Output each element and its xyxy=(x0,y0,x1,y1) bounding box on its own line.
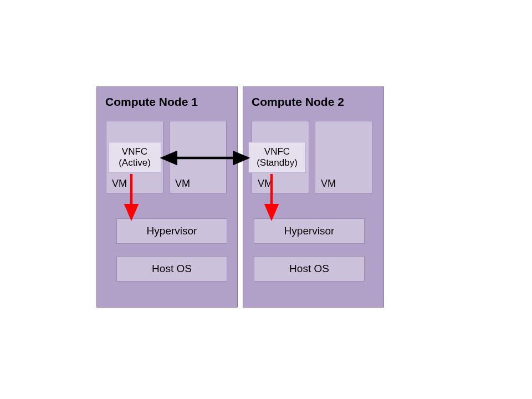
node1-vnfc-active: VNFC (Active) xyxy=(108,142,161,173)
node1-vm1-label: VM xyxy=(106,178,127,193)
node2-host-os: Host OS xyxy=(254,256,365,282)
node2-vnfc-standby: VNFC (Standby) xyxy=(248,142,306,173)
node2-hypervisor-label: Hypervisor xyxy=(284,225,335,237)
node2-vnfc-line2: (Standby) xyxy=(257,157,298,168)
node2-vm2: VM xyxy=(315,121,372,193)
node2-vm1-label: VM xyxy=(252,178,273,193)
node1-vnfc-line2: (Active) xyxy=(119,157,151,168)
node2-host-os-label: Host OS xyxy=(289,263,329,275)
node1-hypervisor-label: Hypervisor xyxy=(147,225,197,237)
node1-vm2-label: VM xyxy=(170,178,190,193)
node1-vm2: VM xyxy=(169,121,227,193)
node2-hypervisor: Hypervisor xyxy=(254,218,365,244)
node2-vm2-label: VM xyxy=(315,178,336,193)
compute-node-1-title: Compute Node 1 xyxy=(105,95,198,109)
diagram-canvas: Compute Node 1 VM VM VNFC (Active) Hyper… xyxy=(0,0,532,399)
node1-hypervisor: Hypervisor xyxy=(116,218,227,244)
node2-vnfc-line1: VNFC xyxy=(264,146,290,157)
compute-node-2-title: Compute Node 2 xyxy=(252,95,344,109)
node1-host-os-label: Host OS xyxy=(152,263,192,275)
node1-vnfc-line1: VNFC xyxy=(122,146,147,157)
node1-host-os: Host OS xyxy=(116,256,227,282)
